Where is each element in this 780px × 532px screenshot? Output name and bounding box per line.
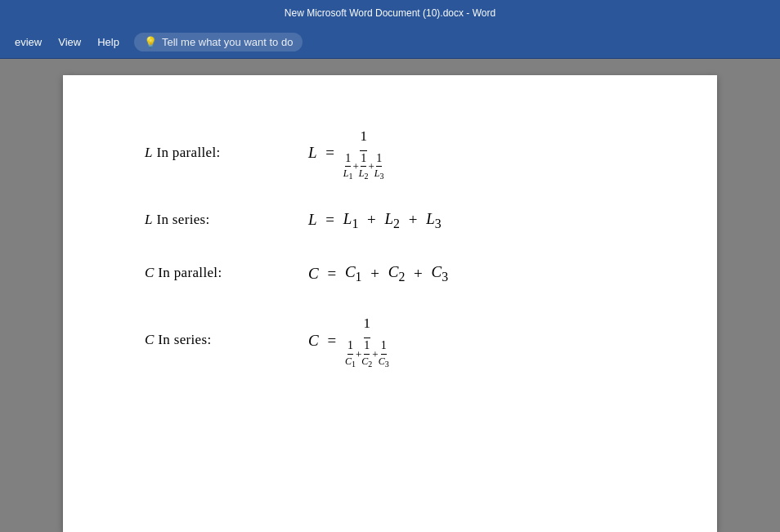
- menu-help[interactable]: Help: [89, 31, 128, 53]
- search-placeholder: Tell me what you want to do: [162, 36, 293, 48]
- math-content: L In parallel: L = 1 1 L1: [145, 124, 635, 369]
- equation-c-parallel: C In parallel: C = C1 + C2 + C3: [145, 258, 635, 288]
- title-text: New Microsoft Word Document (10).docx - …: [285, 7, 495, 19]
- equation-l-parallel: L In parallel: L = 1 1 L1: [145, 124, 635, 182]
- equation-l-series: L In series: L = L1 + L2 + L3: [145, 205, 635, 235]
- label-c-parallel: C In parallel:: [145, 261, 308, 286]
- equation-c-series: C In series: C = 1 1 C1: [145, 311, 635, 369]
- menu-review[interactable]: eview: [7, 31, 50, 53]
- search-box[interactable]: 💡 Tell me what you want to do: [134, 33, 303, 51]
- math-l-series: L = L1 + L2 + L3: [308, 205, 442, 235]
- label-l-parallel: L In parallel:: [145, 141, 308, 166]
- math-c-parallel: C = C1 + C2 + C3: [308, 258, 448, 288]
- label-c-series: C In series:: [145, 328, 308, 353]
- menu-bar: eview View Help 💡 Tell me what you want …: [0, 26, 780, 59]
- label-l-series: L In series:: [145, 208, 308, 233]
- lightbulb-icon: 💡: [144, 36, 157, 48]
- title-bar: New Microsoft Word Document (10).docx - …: [0, 0, 780, 26]
- document-area: L In parallel: L = 1 1 L1: [0, 59, 780, 532]
- math-l-parallel: L = 1 1 L1 + 1: [308, 124, 384, 182]
- menu-view[interactable]: View: [50, 31, 89, 53]
- page: L In parallel: L = 1 1 L1: [63, 75, 717, 532]
- math-c-series: C = 1 1 C1 + 1: [308, 311, 389, 369]
